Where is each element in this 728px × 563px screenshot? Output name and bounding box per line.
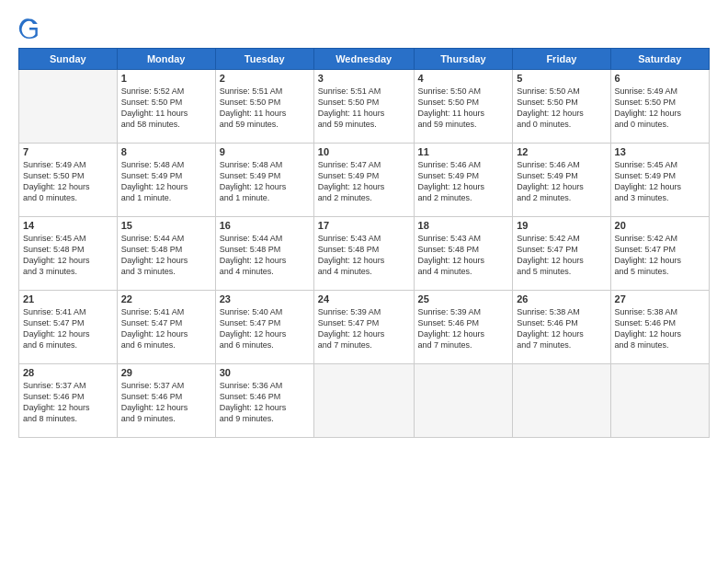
day-info: Sunrise: 5:52 AMSunset: 5:50 PMDaylight:… — [121, 86, 211, 131]
header-cell-thursday: Thursday — [414, 49, 513, 70]
calendar-header: SundayMondayTuesdayWednesdayThursdayFrid… — [19, 49, 710, 70]
header-cell-saturday: Saturday — [610, 49, 709, 70]
day-info: Sunrise: 5:43 AMSunset: 5:48 PMDaylight:… — [418, 233, 509, 278]
day-cell — [610, 364, 709, 438]
day-number: 9 — [220, 146, 310, 157]
day-info: Sunrise: 5:38 AMSunset: 5:46 PMDaylight:… — [517, 306, 606, 351]
day-cell: 25Sunrise: 5:39 AMSunset: 5:46 PMDayligh… — [414, 291, 513, 364]
week-row-0: 1Sunrise: 5:52 AMSunset: 5:50 PMDaylight… — [19, 70, 710, 144]
day-info: Sunrise: 5:41 AMSunset: 5:47 PMDaylight:… — [121, 306, 211, 351]
day-info: Sunrise: 5:49 AMSunset: 5:50 PMDaylight:… — [23, 159, 113, 204]
day-number: 28 — [23, 367, 113, 378]
day-info: Sunrise: 5:42 AMSunset: 5:47 PMDaylight:… — [615, 233, 705, 278]
calendar-body: 1Sunrise: 5:52 AMSunset: 5:50 PMDaylight… — [19, 70, 710, 438]
day-cell: 16Sunrise: 5:44 AMSunset: 5:48 PMDayligh… — [215, 217, 313, 291]
day-cell: 30Sunrise: 5:36 AMSunset: 5:46 PMDayligh… — [215, 364, 313, 438]
day-number: 7 — [23, 146, 113, 157]
day-info: Sunrise: 5:45 AMSunset: 5:49 PMDaylight:… — [615, 159, 705, 204]
day-cell: 11Sunrise: 5:46 AMSunset: 5:49 PMDayligh… — [414, 144, 513, 217]
day-number: 14 — [23, 220, 113, 231]
day-info: Sunrise: 5:46 AMSunset: 5:49 PMDaylight:… — [418, 159, 509, 204]
day-number: 13 — [615, 146, 705, 157]
day-cell: 20Sunrise: 5:42 AMSunset: 5:47 PMDayligh… — [610, 217, 709, 291]
day-info: Sunrise: 5:47 AMSunset: 5:49 PMDaylight:… — [318, 159, 410, 204]
header-cell-wednesday: Wednesday — [313, 49, 414, 70]
day-info: Sunrise: 5:51 AMSunset: 5:50 PMDaylight:… — [220, 86, 310, 131]
day-cell: 10Sunrise: 5:47 AMSunset: 5:49 PMDayligh… — [313, 144, 414, 217]
page: SundayMondayTuesdayWednesdayThursdayFrid… — [0, 0, 728, 563]
day-number: 25 — [418, 293, 509, 304]
day-number: 8 — [121, 146, 211, 157]
calendar-table: SundayMondayTuesdayWednesdayThursdayFrid… — [18, 48, 710, 438]
day-cell: 18Sunrise: 5:43 AMSunset: 5:48 PMDayligh… — [414, 217, 513, 291]
day-number: 24 — [318, 293, 410, 304]
day-info: Sunrise: 5:50 AMSunset: 5:50 PMDaylight:… — [418, 86, 509, 131]
header-cell-monday: Monday — [117, 49, 215, 70]
day-number: 15 — [121, 220, 211, 231]
week-row-2: 14Sunrise: 5:45 AMSunset: 5:48 PMDayligh… — [19, 217, 710, 291]
header-cell-sunday: Sunday — [19, 49, 118, 70]
day-cell — [19, 70, 118, 144]
day-info: Sunrise: 5:49 AMSunset: 5:50 PMDaylight:… — [615, 86, 705, 131]
day-cell: 22Sunrise: 5:41 AMSunset: 5:47 PMDayligh… — [117, 291, 215, 364]
day-number: 29 — [121, 367, 211, 378]
day-number: 11 — [418, 146, 509, 157]
day-info: Sunrise: 5:39 AMSunset: 5:47 PMDaylight:… — [318, 306, 410, 351]
day-info: Sunrise: 5:43 AMSunset: 5:48 PMDaylight:… — [318, 233, 410, 278]
day-number: 23 — [220, 293, 310, 304]
day-number: 4 — [418, 73, 509, 84]
day-cell: 13Sunrise: 5:45 AMSunset: 5:49 PMDayligh… — [610, 144, 709, 217]
day-number: 17 — [318, 220, 410, 231]
logo-icon — [18, 17, 40, 39]
day-cell: 19Sunrise: 5:42 AMSunset: 5:47 PMDayligh… — [513, 217, 610, 291]
day-number: 20 — [615, 220, 705, 231]
day-number: 21 — [23, 293, 113, 304]
day-cell: 29Sunrise: 5:37 AMSunset: 5:46 PMDayligh… — [117, 364, 215, 438]
day-cell — [313, 364, 414, 438]
day-number: 10 — [318, 146, 410, 157]
header-cell-tuesday: Tuesday — [215, 49, 313, 70]
day-cell: 27Sunrise: 5:38 AMSunset: 5:46 PMDayligh… — [610, 291, 709, 364]
day-info: Sunrise: 5:36 AMSunset: 5:46 PMDaylight:… — [220, 380, 310, 425]
day-cell: 17Sunrise: 5:43 AMSunset: 5:48 PMDayligh… — [313, 217, 414, 291]
week-row-3: 21Sunrise: 5:41 AMSunset: 5:47 PMDayligh… — [19, 291, 710, 364]
day-cell: 9Sunrise: 5:48 AMSunset: 5:49 PMDaylight… — [215, 144, 313, 217]
day-info: Sunrise: 5:38 AMSunset: 5:46 PMDaylight:… — [615, 306, 705, 351]
day-info: Sunrise: 5:50 AMSunset: 5:50 PMDaylight:… — [517, 86, 606, 131]
day-cell: 15Sunrise: 5:44 AMSunset: 5:48 PMDayligh… — [117, 217, 215, 291]
day-info: Sunrise: 5:44 AMSunset: 5:48 PMDaylight:… — [220, 233, 310, 278]
day-info: Sunrise: 5:44 AMSunset: 5:48 PMDaylight:… — [121, 233, 211, 278]
day-info: Sunrise: 5:39 AMSunset: 5:46 PMDaylight:… — [418, 306, 509, 351]
day-info: Sunrise: 5:40 AMSunset: 5:47 PMDaylight:… — [220, 306, 310, 351]
day-info: Sunrise: 5:42 AMSunset: 5:47 PMDaylight:… — [517, 233, 606, 278]
day-number: 6 — [615, 73, 705, 84]
day-number: 27 — [615, 293, 705, 304]
day-cell — [414, 364, 513, 438]
day-cell: 24Sunrise: 5:39 AMSunset: 5:47 PMDayligh… — [313, 291, 414, 364]
day-number: 18 — [418, 220, 509, 231]
day-info: Sunrise: 5:51 AMSunset: 5:50 PMDaylight:… — [318, 86, 410, 131]
day-cell: 14Sunrise: 5:45 AMSunset: 5:48 PMDayligh… — [19, 217, 118, 291]
logo — [18, 17, 44, 39]
day-info: Sunrise: 5:37 AMSunset: 5:46 PMDaylight:… — [23, 380, 113, 425]
header-row: SundayMondayTuesdayWednesdayThursdayFrid… — [19, 49, 710, 70]
day-cell — [513, 364, 610, 438]
day-cell: 26Sunrise: 5:38 AMSunset: 5:46 PMDayligh… — [513, 291, 610, 364]
day-number: 16 — [220, 220, 310, 231]
header — [18, 17, 710, 39]
day-cell: 5Sunrise: 5:50 AMSunset: 5:50 PMDaylight… — [513, 70, 610, 144]
day-cell: 8Sunrise: 5:48 AMSunset: 5:49 PMDaylight… — [117, 144, 215, 217]
day-info: Sunrise: 5:48 AMSunset: 5:49 PMDaylight:… — [121, 159, 211, 204]
day-cell: 23Sunrise: 5:40 AMSunset: 5:47 PMDayligh… — [215, 291, 313, 364]
day-number: 26 — [517, 293, 606, 304]
day-cell: 3Sunrise: 5:51 AMSunset: 5:50 PMDaylight… — [313, 70, 414, 144]
day-info: Sunrise: 5:37 AMSunset: 5:46 PMDaylight:… — [121, 380, 211, 425]
day-number: 5 — [517, 73, 606, 84]
day-info: Sunrise: 5:41 AMSunset: 5:47 PMDaylight:… — [23, 306, 113, 351]
day-cell: 2Sunrise: 5:51 AMSunset: 5:50 PMDaylight… — [215, 70, 313, 144]
day-info: Sunrise: 5:46 AMSunset: 5:49 PMDaylight:… — [517, 159, 606, 204]
day-info: Sunrise: 5:45 AMSunset: 5:48 PMDaylight:… — [23, 233, 113, 278]
day-number: 1 — [121, 73, 211, 84]
day-cell: 21Sunrise: 5:41 AMSunset: 5:47 PMDayligh… — [19, 291, 118, 364]
day-cell: 7Sunrise: 5:49 AMSunset: 5:50 PMDaylight… — [19, 144, 118, 217]
